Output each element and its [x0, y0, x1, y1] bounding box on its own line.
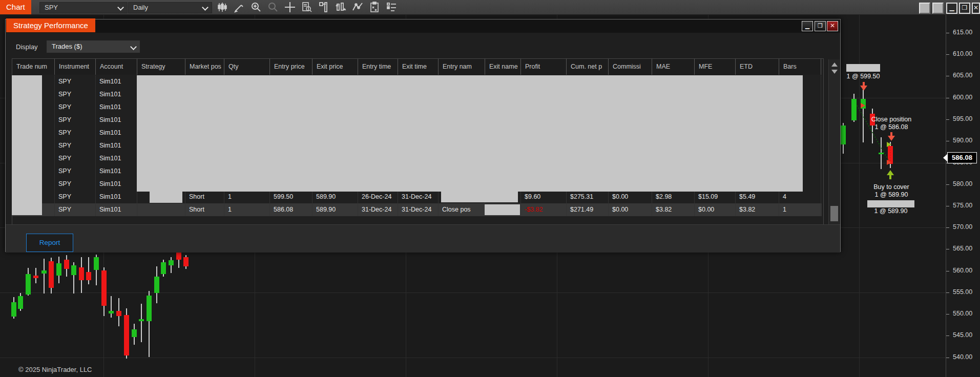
axis-tick-label: 540.00 — [953, 353, 972, 361]
instrument-select-value: SPY — [45, 4, 58, 11]
column-header[interactable]: Commissi — [609, 59, 652, 75]
close-icon: ✕ — [830, 22, 835, 29]
sp-close-button[interactable]: ✕ — [827, 21, 838, 31]
axis-tick-label: 605.00 — [953, 72, 972, 79]
indicators-icon[interactable] — [351, 1, 364, 13]
column-header[interactable]: Entry price — [270, 59, 312, 75]
column-header[interactable]: ETD — [736, 59, 779, 75]
table-cell: SPY — [55, 139, 96, 152]
table-cell: $9.60 — [521, 191, 567, 203]
strategies-icon[interactable] — [368, 1, 381, 13]
chart-redaction-block — [867, 200, 914, 207]
sp-minimize-button[interactable]: ▁ — [802, 21, 813, 31]
toolbar-extra-button-1[interactable] — [919, 3, 930, 14]
table-cell: SPY — [55, 165, 96, 178]
candle-wick — [863, 90, 864, 142]
axis-tick-mark — [946, 358, 949, 358]
tab-chart[interactable]: Chart — [0, 0, 31, 14]
column-header[interactable]: Account — [96, 59, 137, 75]
candle-body — [49, 261, 54, 288]
column-header[interactable]: MAE — [652, 59, 695, 75]
table-cell: $0.00 — [609, 203, 652, 216]
data-series-icon[interactable] — [301, 1, 313, 13]
column-header[interactable]: Exit price — [312, 59, 358, 75]
chart-style-icon[interactable] — [216, 1, 228, 13]
column-header[interactable]: Exit name — [485, 59, 521, 75]
column-header[interactable]: Exit time — [398, 59, 439, 75]
column-header[interactable]: Entry nam — [439, 59, 485, 75]
properties-list-icon[interactable] — [385, 1, 398, 13]
scrollbar-thumb[interactable] — [830, 206, 838, 221]
chart-trader-icon[interactable] — [335, 1, 347, 13]
table-cell: 26-Dec-24 — [358, 191, 398, 203]
interval-select-value: Daily — [133, 4, 148, 11]
zoom-in-icon[interactable] — [250, 1, 262, 13]
table-cell: Sim101 — [96, 101, 137, 114]
column-header[interactable]: MFE — [695, 59, 736, 75]
table-row[interactable]: SPYSim101Short1599.50589.9026-Dec-2431-D… — [12, 191, 822, 203]
execution-marker-icon — [861, 103, 865, 108]
chart-redaction-block — [846, 64, 880, 72]
table-cell: $0.00 — [695, 203, 736, 216]
table-cell: 1 — [224, 203, 270, 216]
tab-report[interactable]: Report — [26, 234, 73, 252]
maximize-icon: ❒ — [962, 4, 968, 11]
instrument-select[interactable]: SPY — [39, 2, 128, 13]
candle-body — [169, 260, 174, 265]
column-header[interactable]: Entry time — [358, 59, 398, 75]
interval-select[interactable]: Daily — [128, 2, 212, 13]
candle-body — [18, 296, 23, 309]
window-minimize-button[interactable]: ▁ — [946, 3, 957, 14]
toolbar-icon-group — [216, 1, 398, 13]
axis-tick-label: 575.00 — [953, 202, 972, 209]
column-header[interactable]: Cum. net p — [567, 59, 609, 75]
table-cell: $3.82 — [736, 203, 779, 216]
axis-tick-label: 610.00 — [953, 50, 972, 57]
candle-body — [116, 311, 121, 316]
redaction-block — [12, 75, 42, 215]
toolbar-extra-button-2[interactable] — [932, 3, 944, 14]
table-cell: $271.49 — [567, 203, 609, 216]
table-cell: 586.08 — [270, 203, 312, 216]
scroll-down-icon[interactable] — [831, 70, 838, 74]
column-header[interactable]: Instrument — [55, 59, 96, 75]
column-header[interactable]: Bars — [779, 59, 821, 75]
candle-body — [11, 302, 16, 317]
trade-annotation-label: 1 @ 589.90 — [875, 191, 908, 198]
table-cell: Sim101 — [96, 75, 137, 88]
panel-layout-icon[interactable] — [318, 1, 330, 13]
table-cell: $3.82 — [652, 203, 695, 216]
axis-tick-mark — [946, 184, 949, 185]
column-header[interactable]: Profit — [521, 59, 567, 75]
drawing-tools-icon[interactable] — [233, 1, 245, 13]
scroll-up-icon[interactable] — [831, 62, 838, 67]
table-cell: Sim101 — [96, 114, 137, 127]
table-cell: SPY — [55, 101, 96, 114]
column-header[interactable]: Trade num — [12, 59, 55, 75]
table-cell: $275.31 — [567, 191, 609, 203]
column-header[interactable]: Qty — [224, 59, 270, 75]
table-vertical-scrollbar[interactable] — [828, 59, 840, 225]
table-cell: SPY — [55, 127, 96, 139]
table-row[interactable]: SPYSim101Short1586.08589.9031-Dec-2431-D… — [12, 203, 822, 216]
table-cell: SPY — [55, 114, 96, 127]
display-select[interactable]: Trades ($) — [47, 40, 140, 53]
price-axis[interactable] — [946, 14, 980, 377]
axis-tick-mark — [946, 76, 949, 76]
window-maximize-button[interactable]: ❒ — [959, 3, 970, 14]
axis-tick-mark — [946, 249, 949, 249]
crosshair-icon[interactable] — [284, 1, 296, 13]
table-cell: Close pos — [439, 203, 485, 216]
axis-tick-label: 600.00 — [953, 94, 972, 101]
table-cell: Sim101 — [96, 165, 137, 178]
buy-arrow-icon — [887, 171, 894, 179]
window-close-button[interactable]: ✕ — [972, 3, 980, 14]
table-cell: 4 — [779, 191, 821, 203]
sp-maximize-button[interactable]: ❒ — [815, 21, 826, 31]
candle-wick — [141, 304, 142, 342]
table-cell: Sim101 — [96, 178, 137, 191]
column-header[interactable]: Strategy — [137, 59, 185, 75]
execution-marker-icon — [887, 160, 891, 165]
strategy-performance-titlebar[interactable]: Strategy Performance ▁ ❒ ✕ — [6, 19, 840, 33]
column-header[interactable]: Market pos — [185, 59, 224, 75]
